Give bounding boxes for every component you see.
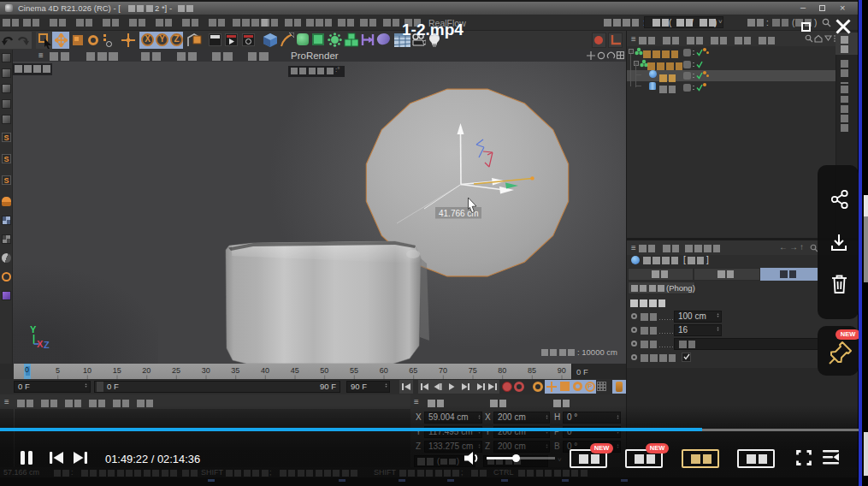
svg-text:65: 65	[409, 366, 417, 375]
svg-text:45: 45	[291, 366, 299, 375]
svg-text:40: 40	[261, 366, 269, 375]
svg-text:20: 20	[142, 366, 151, 375]
svg-text:10: 10	[83, 366, 92, 375]
svg-text:85: 85	[528, 366, 536, 375]
svg-text:50: 50	[320, 366, 328, 375]
svg-text:5: 5	[56, 366, 60, 375]
svg-text:25: 25	[172, 366, 180, 375]
svg-text:Z: Z	[44, 340, 50, 350]
svg-text:90: 90	[558, 366, 566, 375]
svg-text:X: X	[37, 339, 44, 349]
svg-text:70: 70	[439, 366, 447, 375]
svg-text:30: 30	[202, 366, 210, 375]
svg-text:55: 55	[350, 366, 358, 375]
svg-text:Y: Y	[30, 324, 37, 335]
svg-text:35: 35	[231, 366, 239, 375]
svg-text:75: 75	[469, 366, 477, 375]
svg-text:15: 15	[113, 366, 121, 375]
svg-text:60: 60	[380, 366, 388, 375]
svg-text:80: 80	[498, 366, 506, 375]
